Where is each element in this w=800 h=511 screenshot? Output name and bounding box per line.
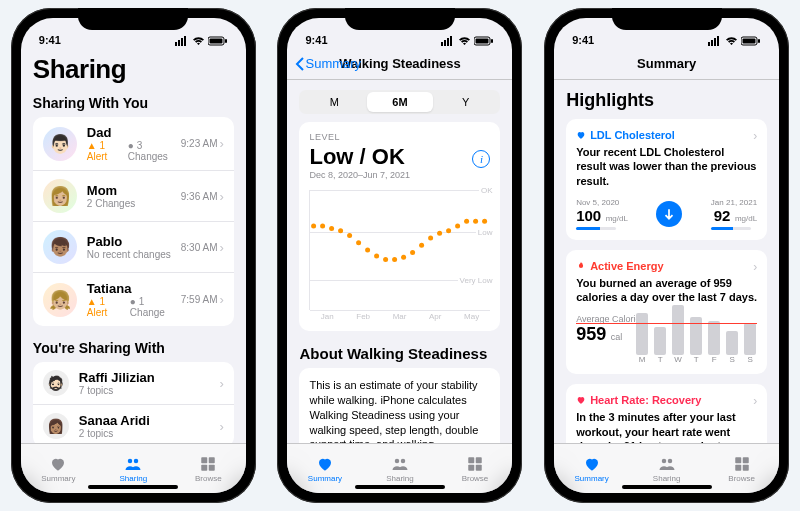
hr-heading: Heart Rate: Recovery [576,394,757,406]
status-time: 9:41 [39,34,61,46]
svg-rect-13 [441,42,443,46]
energy-bar-chart [636,305,757,355]
cellular-icon [175,36,189,46]
chevron-right-icon: › [219,419,223,434]
energy-body: You burned an average of 959 calories a … [576,276,757,305]
chevron-right-icon: › [753,260,757,274]
svg-rect-18 [476,39,489,44]
sharing-list: 🧔🏻 Raffi Jilizian7 topics ›👩🏽 Sanaa Arid… [33,362,234,443]
contact-row[interactable]: 👦🏽 Pablo No recent changes 8:30 AM› [33,222,234,273]
svg-point-41 [401,458,406,463]
svg-point-23 [339,228,344,233]
svg-point-27 [375,254,380,259]
svg-point-35 [447,228,452,233]
level-label: LEVEL [309,132,490,142]
nav-bar: Summary Walking Steadiness [287,48,512,80]
svg-rect-56 [742,457,748,463]
level-value: Low / OK [309,144,490,170]
back-button[interactable]: Summary [295,56,361,71]
status-time: 9:41 [572,34,594,46]
tab-browse[interactable]: Browse [171,444,246,493]
home-indicator[interactable] [88,485,178,489]
nav-title: Summary [637,56,696,71]
chart-x-labels: JanFebMarAprMay [309,312,490,321]
home-indicator[interactable] [622,485,712,489]
active-energy-card[interactable]: Active Energy › You burned an average of… [566,250,767,375]
status-icons [708,36,761,46]
avatar: 👨🏻 [43,127,77,161]
phone-walking-steadiness: 9:41 Summary Walking Steadiness M6MY LEV… [277,8,522,503]
ldl-card[interactable]: LDL Cholesterol › Your recent LDL Choles… [566,119,767,240]
svg-rect-16 [450,36,452,46]
svg-point-7 [128,458,133,463]
wifi-icon [192,36,205,46]
chevron-right-icon: › [753,129,757,143]
svg-point-36 [456,224,461,229]
chevron-right-icon: › [219,292,223,307]
svg-rect-46 [708,42,710,46]
seg-6M[interactable]: 6M [367,92,433,112]
notch [612,8,722,30]
svg-point-8 [134,458,139,463]
svg-rect-9 [202,457,208,463]
tab-summary[interactable]: Summary [21,444,96,493]
svg-rect-14 [444,40,446,46]
phone-sharing: 9:41 Sharing Sharing With You 👨🏻 Dad ▲ 1… [11,8,256,503]
tab-browse[interactable]: Browse [437,444,512,493]
hr-body: In the 3 minutes after your last workout… [576,410,757,443]
chevron-right-icon: › [219,376,223,391]
svg-rect-47 [711,40,713,46]
avatar: 👦🏽 [43,230,77,264]
svg-point-34 [438,231,443,236]
svg-point-20 [312,224,317,229]
svg-point-26 [366,248,371,253]
heart-icon [576,130,586,140]
contact-row[interactable]: 👨🏻 Dad ▲ 1 Alert● 3 Changes 9:23 AM› [33,117,234,171]
svg-rect-52 [758,39,760,43]
svg-rect-0 [175,42,177,46]
svg-rect-12 [209,464,215,470]
seg-M[interactable]: M [301,92,367,112]
section-sharing-with-you: Sharing With You [33,95,234,111]
svg-rect-19 [491,39,493,43]
heart-rate-card[interactable]: Heart Rate: Recovery › In the 3 minutes … [566,384,767,443]
highlights-title: Highlights [566,90,767,111]
svg-point-32 [420,243,425,248]
chevron-right-icon: › [219,136,223,151]
tab-browse[interactable]: Browse [704,444,779,493]
svg-point-21 [321,224,326,229]
contact-row[interactable]: 👧🏼 Tatiana ▲ 1 Alert● 1 Change 7:59 AM› [33,273,234,326]
svg-point-53 [661,458,666,463]
svg-point-38 [474,219,479,224]
tab-summary[interactable]: Summary [287,444,362,493]
svg-rect-5 [209,39,222,44]
section-youre-sharing-with: You're Sharing With [33,340,234,356]
phone-highlights: 9:41 Summary Highlights LDL Cholesterol … [544,8,789,503]
svg-rect-15 [447,38,449,46]
contact-row[interactable]: 👩🏼 Mom 2 Changes 9:36 AM› [33,171,234,222]
contact-name: Mom [87,183,181,198]
svg-rect-55 [735,457,741,463]
svg-rect-44 [468,464,474,470]
date-range: Dec 8, 2020–Jun 7, 2021 [309,170,490,180]
svg-rect-51 [743,39,756,44]
steadiness-chart[interactable]: OKLowVery Low [309,190,490,310]
status-icons [441,36,494,46]
svg-rect-43 [476,457,482,463]
svg-rect-1 [178,40,180,46]
sharing-row[interactable]: 🧔🏻 Raffi Jilizian7 topics › [33,362,234,405]
ldl-body: Your recent LDL Cholesterol result was l… [576,145,757,188]
about-text: This is an estimate of your stability wh… [299,368,500,443]
home-indicator[interactable] [355,485,445,489]
sharing-row[interactable]: 👩🏽 Sanaa Aridi2 topics › [33,405,234,443]
contact-name: Dad [87,125,181,140]
seg-Y[interactable]: Y [433,92,499,112]
time-segment[interactable]: M6MY [299,90,500,114]
svg-point-39 [483,219,488,224]
flame-icon [576,261,586,271]
tab-summary[interactable]: Summary [554,444,629,493]
svg-rect-6 [225,39,227,43]
notch [78,8,188,30]
svg-rect-3 [184,36,186,46]
svg-point-24 [348,233,353,238]
